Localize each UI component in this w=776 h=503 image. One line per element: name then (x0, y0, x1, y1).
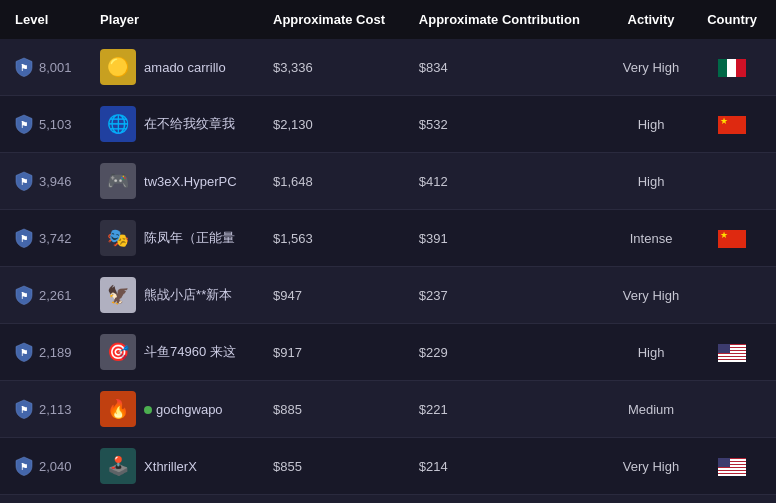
table-header-row: Level Player Approximate Cost Approximat… (0, 0, 776, 39)
player-name: 在不给我纹章我 (144, 115, 235, 133)
shield-icon: ⚑ (15, 399, 33, 419)
cost-cell: $3,336 (263, 39, 409, 96)
contribution-cell: $229 (409, 324, 609, 381)
cost-cell: $2,130 (263, 96, 409, 153)
svg-text:⚑: ⚑ (20, 462, 28, 472)
level-cell: ⚑ 2,261 (0, 267, 90, 324)
avatar: 🔥 (100, 391, 136, 427)
player-cell: 🟡 amado carrillo (90, 39, 263, 96)
avatar: 🎮 (100, 163, 136, 199)
level-cell: ⚑ 3,946 (0, 153, 90, 210)
player-name: tw3eX.HyperPC (144, 174, 236, 189)
activity-cell: Intense (609, 210, 693, 267)
svg-text:⚑: ⚑ (20, 63, 28, 73)
col-header-player: Player (90, 0, 263, 39)
cost-cell: $917 (263, 324, 409, 381)
activity-cell: Very High (609, 495, 693, 504)
level-cell: ⚑ 5,103 (0, 96, 90, 153)
table-row: ⚑ 2,113 🔥 gochgwapo $885$221Medium (0, 381, 776, 438)
shield-icon: ⚑ (15, 171, 33, 191)
player-cell: 🎮 tw3eX.HyperPC (90, 153, 263, 210)
table-row: ⚑ 2,189 🎯 斗鱼74960 来这 $917$229High (0, 324, 776, 381)
table-row: ⚑ 8,001 🟡 amado carrillo $3,336$834Very … (0, 39, 776, 96)
shield-icon: ⚑ (15, 456, 33, 476)
activity-cell: High (609, 153, 693, 210)
country-cell (693, 153, 776, 210)
shield-icon: ⚑ (15, 57, 33, 77)
country-cell (693, 495, 776, 504)
avatar: 🌐 (100, 106, 136, 142)
online-indicator (144, 406, 152, 414)
level-value: 2,261 (39, 288, 72, 303)
level-cell: ⚑ 3,742 (0, 210, 90, 267)
activity-cell: Very High (609, 39, 693, 96)
svg-text:⚑: ⚑ (20, 348, 28, 358)
cost-cell: $947 (263, 267, 409, 324)
table-row: ⚑ 3,742 🎭 陈凤年（正能量 $1,563$391Intense ★ (0, 210, 776, 267)
country-cell: ★ (693, 96, 776, 153)
avatar: 🟡 (100, 49, 136, 85)
col-header-country: Country (693, 0, 776, 39)
player-cell: 🔥 gochgwapo (90, 381, 263, 438)
contribution-cell: $532 (409, 96, 609, 153)
activity-cell: Medium (609, 381, 693, 438)
shield-icon: ⚑ (15, 114, 33, 134)
col-header-contribution: Approximate Contribution (409, 0, 609, 39)
player-cell: 🦅 熊战小店**新本 (90, 267, 263, 324)
contribution-cell: $214 (409, 438, 609, 495)
level-value: 3,742 (39, 231, 72, 246)
player-cell: 🕹️ XthrillerX (90, 438, 263, 495)
player-cell: 🎯 斗鱼74960 来这 (90, 324, 263, 381)
level-cell: ⚑ 2,113 (0, 381, 90, 438)
contribution-cell: $221 (409, 381, 609, 438)
level-value: 2,113 (39, 402, 72, 417)
leaderboard-table: Level Player Approximate Cost Approximat… (0, 0, 776, 503)
country-cell (693, 324, 776, 381)
level-cell: ⚑ 8,001 (0, 39, 90, 96)
avatar: 🦅 (100, 277, 136, 313)
country-cell (693, 267, 776, 324)
player-cell: 🌐 在不给我纹章我 (90, 96, 263, 153)
level-value: 2,189 (39, 345, 72, 360)
table-row: ⚑ 2,040 🕹️ XthrillerX $855$214Very High (0, 438, 776, 495)
level-cell: ⚑ 2,032 (0, 495, 90, 504)
svg-text:⚑: ⚑ (20, 120, 28, 130)
cost-cell: $852 (263, 495, 409, 504)
player-cell: 👴 Harold (90, 495, 263, 504)
country-cell (693, 381, 776, 438)
player-name: 熊战小店**新本 (144, 286, 232, 304)
svg-text:⚑: ⚑ (20, 234, 28, 244)
activity-cell: Very High (609, 438, 693, 495)
country-cell (693, 39, 776, 96)
shield-icon: ⚑ (15, 285, 33, 305)
player-cell: 🎭 陈凤年（正能量 (90, 210, 263, 267)
contribution-cell: $237 (409, 267, 609, 324)
activity-cell: High (609, 96, 693, 153)
table-row: ⚑ 5,103 🌐 在不给我纹章我 $2,130$532High ★ (0, 96, 776, 153)
player-name: gochgwapo (144, 402, 223, 417)
cost-cell: $1,648 (263, 153, 409, 210)
cost-cell: $855 (263, 438, 409, 495)
col-header-activity: Activity (609, 0, 693, 39)
country-cell (693, 438, 776, 495)
player-name: 斗鱼74960 来这 (144, 343, 236, 361)
contribution-cell: $412 (409, 153, 609, 210)
level-cell: ⚑ 2,040 (0, 438, 90, 495)
country-cell: ★ (693, 210, 776, 267)
contribution-cell: $213 (409, 495, 609, 504)
cost-cell: $885 (263, 381, 409, 438)
level-cell: ⚑ 2,189 (0, 324, 90, 381)
cost-cell: $1,563 (263, 210, 409, 267)
table-row: ⚑ 2,261 🦅 熊战小店**新本 $947$237Very High (0, 267, 776, 324)
activity-cell: High (609, 324, 693, 381)
avatar: 🎯 (100, 334, 136, 370)
level-value: 8,001 (39, 60, 72, 75)
table-row: ⚑ 2,032 👴 Harold $852$213Very High (0, 495, 776, 504)
level-value: 5,103 (39, 117, 72, 132)
contribution-cell: $391 (409, 210, 609, 267)
svg-text:⚑: ⚑ (20, 291, 28, 301)
player-name: 陈凤年（正能量 (144, 229, 235, 247)
contribution-cell: $834 (409, 39, 609, 96)
svg-text:⚑: ⚑ (20, 177, 28, 187)
avatar: 🎭 (100, 220, 136, 256)
